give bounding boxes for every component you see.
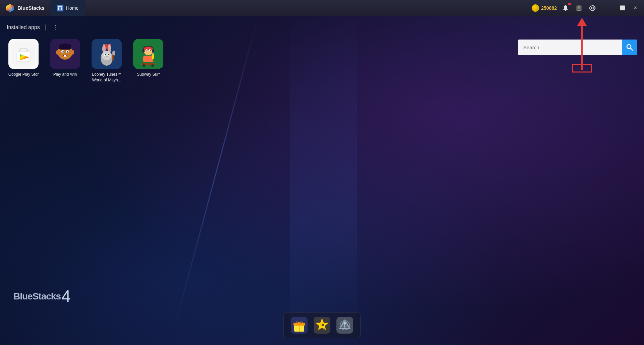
installed-apps-title: Installed apps — [7, 24, 40, 30]
svg-point-70 — [340, 321, 350, 330]
titlebar: BlueStacks Home 250882 — [0, 0, 644, 16]
notification-button[interactable] — [561, 3, 570, 13]
svg-rect-52 — [152, 53, 154, 55]
svg-point-22 — [71, 50, 74, 55]
home-tab-icon — [57, 5, 63, 11]
looney-svg — [92, 39, 122, 69]
app-icon-looney — [92, 39, 122, 69]
svg-point-49 — [143, 64, 145, 67]
svg-rect-60 — [293, 323, 305, 326]
search-input[interactable] — [518, 40, 622, 55]
play-store-svg — [12, 42, 35, 66]
maximize-button[interactable]: ⬜ — [616, 2, 629, 14]
svg-point-32 — [105, 54, 106, 55]
search-icon — [626, 44, 633, 51]
taskbar-item-level[interactable]: 10 LEVEL — [312, 315, 332, 335]
svg-rect-59 — [294, 324, 304, 332]
help-icon — [336, 317, 353, 334]
window-controls: − ⬜ ✕ — [604, 2, 641, 14]
svg-rect-3 — [59, 8, 61, 10]
profile-button[interactable] — [574, 3, 584, 13]
notification-dot — [568, 3, 571, 5]
svg-marker-69 — [341, 322, 348, 328]
apps-header: Installed apps ⋮ — [7, 23, 637, 32]
home-tab-label: Home — [66, 5, 78, 11]
app-item-play-win[interactable]: Play and Win — [48, 39, 82, 83]
home-icon — [58, 6, 62, 10]
svg-point-29 — [102, 51, 111, 60]
svg-point-8 — [591, 7, 593, 9]
app-name-play-win: Play and Win — [53, 72, 77, 77]
close-button[interactable]: ✕ — [629, 2, 641, 14]
app-icon-google-play — [8, 39, 39, 69]
app-logo: BlueStacks — [0, 3, 50, 13]
svg-point-44 — [150, 50, 151, 51]
svg-point-18 — [62, 51, 64, 53]
apps-menu-button[interactable]: ⋮ — [51, 23, 60, 32]
svg-point-19 — [67, 51, 68, 53]
svg-rect-46 — [152, 49, 154, 53]
app-icon-subway — [133, 39, 163, 69]
svg-point-34 — [106, 56, 108, 57]
titlebar-right: 250882 − ⬜ ✕ — [532, 2, 644, 14]
search-button[interactable] — [622, 40, 637, 55]
svg-marker-72 — [343, 322, 346, 324]
gear-icon — [589, 5, 596, 11]
app-icon-play-win — [50, 39, 80, 69]
app-name-label: BlueStacks — [17, 5, 45, 11]
bluestacks-watermark: BlueStacks 4 — [13, 288, 71, 305]
svg-marker-68 — [340, 320, 350, 329]
app-name-google-play: Google Play Stor — [8, 72, 39, 77]
svg-marker-64 — [316, 319, 328, 330]
svg-point-7 — [578, 6, 580, 9]
coin-icon — [532, 4, 539, 12]
taskbar-item-rewards[interactable] — [289, 315, 309, 335]
svg-text:LEVEL: LEVEL — [318, 328, 326, 330]
svg-point-21 — [56, 50, 59, 55]
svg-rect-15 — [59, 45, 71, 50]
search-container — [518, 40, 637, 55]
svg-point-50 — [151, 64, 154, 67]
svg-point-5 — [565, 10, 566, 11]
app-item-google-play[interactable]: Google Play Stor — [7, 39, 40, 83]
settings-button[interactable] — [588, 3, 597, 13]
watermark-version: 4 — [61, 288, 71, 305]
main-content: Installed apps ⋮ — [0, 16, 644, 345]
svg-point-33 — [108, 54, 109, 55]
tab-bar: Home — [50, 0, 532, 16]
bluestacks-logo-icon — [5, 3, 15, 13]
minimize-button[interactable]: − — [604, 2, 616, 14]
svg-rect-51 — [152, 54, 154, 59]
watermark-text: BlueStacks — [13, 291, 61, 302]
app-item-subway[interactable]: Subway Surf — [131, 39, 165, 83]
taskbar-item-help[interactable] — [335, 315, 355, 335]
svg-rect-45 — [142, 49, 145, 53]
bell-icon — [562, 5, 569, 11]
subway-svg — [133, 39, 163, 69]
svg-rect-63 — [314, 317, 330, 334]
svg-point-43 — [147, 50, 148, 51]
app-name-looney: Looney Tunes™ World of Mayh... — [90, 72, 123, 83]
tab-home[interactable]: Home — [50, 0, 86, 16]
level-icon: 10 LEVEL — [314, 317, 330, 334]
app-name-subway: Subway Surf — [137, 72, 160, 77]
svg-line-54 — [631, 48, 633, 50]
coin-balance[interactable]: 250882 — [532, 4, 557, 12]
play-win-svg — [50, 39, 80, 69]
bottom-taskbar: 10 LEVEL — [283, 312, 361, 338]
rewards-icon — [291, 317, 308, 334]
svg-rect-58 — [291, 317, 308, 334]
svg-rect-20 — [64, 55, 66, 57]
app-item-looney[interactable]: Looney Tunes™ World of Mayh... — [90, 39, 123, 83]
profile-icon — [575, 4, 583, 12]
svg-rect-67 — [336, 317, 353, 334]
svg-text:10: 10 — [320, 323, 324, 327]
header-divider — [45, 24, 46, 30]
coin-amount: 250882 — [541, 5, 557, 11]
